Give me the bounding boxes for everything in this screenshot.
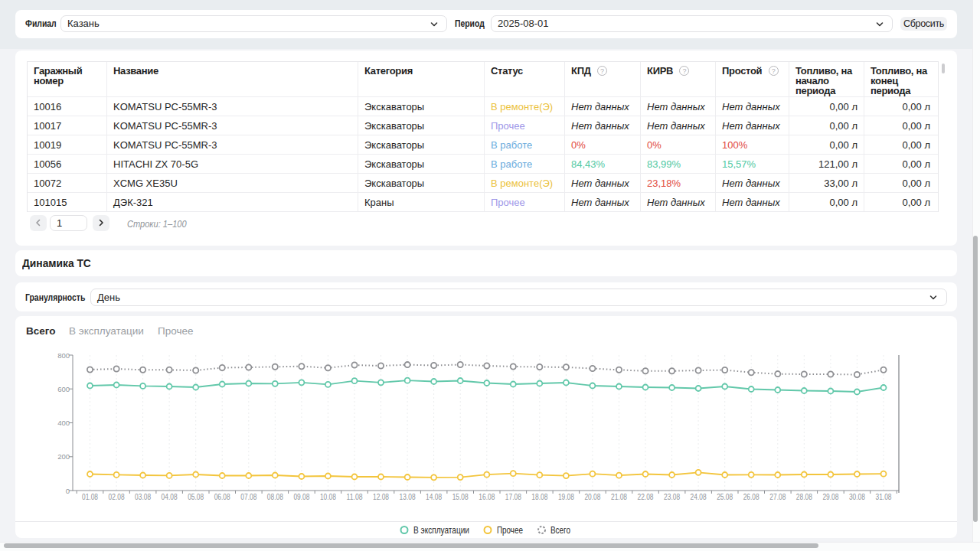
svg-text:В эксплуатации: В эксплуатации xyxy=(413,524,469,536)
svg-text:Прочее: Прочее xyxy=(497,524,523,536)
svg-text:Всего: Всего xyxy=(550,524,570,536)
